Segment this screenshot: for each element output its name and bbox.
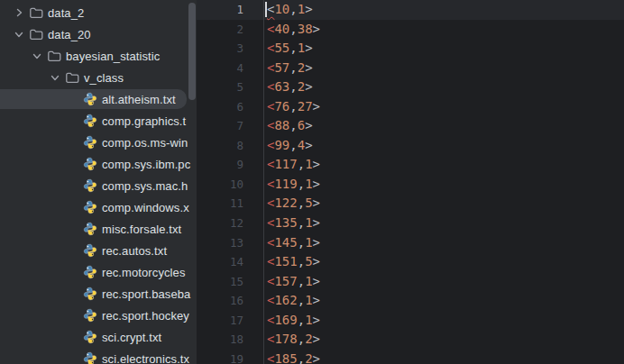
python-file-icon <box>83 308 97 323</box>
editor-line-2[interactable]: 2<40,38> <box>197 20 624 40</box>
tree-row-comp-graphics-t[interactable]: comp.graphics.t <box>0 110 197 132</box>
python-file-icon <box>83 243 97 258</box>
line-number: 8 <box>197 136 243 156</box>
editor-line-1[interactable]: 1<10,1> <box>197 0 624 20</box>
tree-row-comp-os-ms-win[interactable]: comp.os.ms-win <box>0 132 197 153</box>
tree-row-misc-forsale-txt[interactable]: misc.forsale.txt <box>0 218 197 240</box>
editor-line-19[interactable]: 19<185,2> <box>197 350 624 364</box>
first-number-token: 76 <box>274 99 289 114</box>
chevron-spacer <box>67 132 79 153</box>
comma-token: , <box>298 196 305 210</box>
comma-token: , <box>289 2 297 16</box>
line-number: 15 <box>197 272 243 292</box>
editor-line-13[interactable]: 13<145,1> <box>197 233 624 253</box>
python-file-icon <box>83 330 97 344</box>
tree-row-rec-sport-baseba[interactable]: rec.sport.baseba <box>0 283 197 305</box>
tree-scrollbar-thumb[interactable] <box>188 3 196 100</box>
folder-icon <box>29 5 43 20</box>
tree-row-data-20[interactable]: data_20 <box>0 23 197 45</box>
line-number: 6 <box>197 97 243 117</box>
chevron-spacer <box>67 326 79 348</box>
code-text: <63,2> <box>267 77 313 97</box>
code-text: <40,38> <box>267 20 320 40</box>
second-number-token: 27 <box>298 99 313 114</box>
line-number: 17 <box>197 311 243 331</box>
second-number-token: 2 <box>305 351 312 364</box>
chevron-down-icon[interactable] <box>31 45 43 67</box>
tree-row-v-class[interactable]: v_class <box>0 67 197 88</box>
python-file-icon <box>83 114 97 128</box>
chevron-down-icon[interactable] <box>49 67 61 88</box>
editor-line-14[interactable]: 14<151,5> <box>197 252 624 272</box>
first-number-token: 178 <box>274 332 297 346</box>
editor-line-8[interactable]: 8<99,4> <box>197 136 624 156</box>
first-number-token: 157 <box>274 274 297 288</box>
editor-line-10[interactable]: 10<119,1> <box>197 175 624 195</box>
folder-icon <box>47 49 61 63</box>
tree-item-label: comp.sys.mac.h <box>102 179 188 193</box>
chevron-spacer <box>67 88 79 110</box>
tree-row-comp-sys-ibm-pc[interactable]: comp.sys.ibm.pc <box>0 153 197 175</box>
tree-row-comp-sys-mac-h[interactable]: comp.sys.mac.h <box>0 175 197 196</box>
editor-line-17[interactable]: 17<169,1> <box>197 311 624 331</box>
second-number-token: 38 <box>298 22 313 36</box>
editor-line-7[interactable]: 7<88,6> <box>197 116 624 136</box>
editor-line-3[interactable]: 3<55,1> <box>197 39 624 59</box>
tree-row-sci-crypt-txt[interactable]: sci.crypt.txt <box>0 326 197 348</box>
second-number-token: 1 <box>305 157 312 171</box>
tree-row-alt-atheism-txt[interactable]: alt.atheism.txt <box>0 88 197 110</box>
code-text: <57,2> <box>267 59 313 78</box>
close-angle-token: > <box>305 2 312 16</box>
chevron-spacer <box>67 153 79 175</box>
first-number-token: 88 <box>274 118 289 132</box>
tree-row-rec-motorcycles[interactable]: rec.motorcycles <box>0 261 197 283</box>
editor-line-11[interactable]: 11<122,5> <box>197 194 624 214</box>
first-number-token: 57 <box>274 60 289 75</box>
chevron-spacer <box>67 283 79 305</box>
tree-item-label: misc.forsale.txt <box>102 223 181 236</box>
editor-line-16[interactable]: 16<162,1> <box>197 291 624 311</box>
tree-row-rec-autos-txt[interactable]: rec.autos.txt <box>0 240 197 261</box>
tree-row-sci-electronics-tx[interactable]: sci.electronics.tx <box>0 348 197 364</box>
close-angle-token: > <box>313 313 320 327</box>
close-angle-token: > <box>305 41 312 55</box>
editor-line-18[interactable]: 18<178,2> <box>197 330 624 350</box>
tree-row-bayesian-statistic[interactable]: bayesian_statistic <box>0 45 197 67</box>
comma-token: , <box>289 138 297 152</box>
editor-pane[interactable]: 1<10,1>2<40,38>3<55,1>4<57,2>5<63,2>6<76… <box>197 0 624 364</box>
chevron-right-icon[interactable] <box>13 2 25 23</box>
tree-row-data-2[interactable]: data_2 <box>0 2 197 23</box>
close-angle-token: > <box>305 79 312 94</box>
close-angle-token: > <box>313 157 320 171</box>
first-number-token: 135 <box>274 215 297 230</box>
second-number-token: 1 <box>305 293 312 307</box>
chevron-spacer <box>67 196 79 218</box>
first-number-token: 55 <box>274 41 289 55</box>
second-number-token: 1 <box>305 274 312 288</box>
tree-item-label: alt.atheism.txt <box>102 93 176 106</box>
line-number: 12 <box>197 214 243 233</box>
tree-row-rec-sport-hockey[interactable]: rec.sport.hockey <box>0 305 197 326</box>
editor-line-15[interactable]: 15<157,1> <box>197 272 624 292</box>
tree-row-comp-windows-x[interactable]: comp.windows.x <box>0 196 197 218</box>
comma-token: , <box>298 215 305 230</box>
first-number-token: 63 <box>274 79 289 94</box>
chevron-down-icon[interactable] <box>13 23 25 45</box>
editor-line-9[interactable]: 9<117,1> <box>197 155 624 175</box>
tree-item-label: v_class <box>84 71 124 85</box>
second-number-token: 1 <box>305 177 312 191</box>
second-number-token: 5 <box>305 254 312 268</box>
chevron-spacer <box>67 110 79 132</box>
editor-line-4[interactable]: 4<57,2> <box>197 59 624 78</box>
tree-item-label: rec.sport.hockey <box>102 309 189 323</box>
editor-line-6[interactable]: 6<76,27> <box>197 97 624 117</box>
first-number-token: 99 <box>274 138 289 152</box>
comma-token: , <box>298 351 305 364</box>
close-angle-token: > <box>313 254 320 268</box>
code-text: <122,5> <box>267 194 320 214</box>
editor-line-5[interactable]: 5<63,2> <box>197 77 624 97</box>
python-file-icon <box>83 200 97 214</box>
code-text: <157,1> <box>267 272 320 292</box>
first-number-token: 185 <box>274 351 297 364</box>
editor-line-12[interactable]: 12<135,1> <box>197 214 624 233</box>
